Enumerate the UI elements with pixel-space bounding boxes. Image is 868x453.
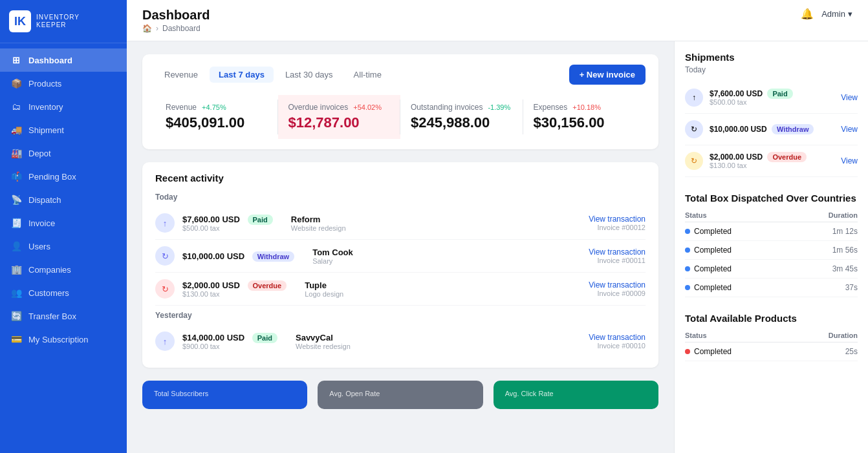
ship-view-link[interactable]: View	[841, 93, 858, 102]
txn-right: View transaction Invoice #00009	[589, 280, 646, 297]
sidebar-item-subscription[interactable]: 💳 My Subscription	[0, 328, 127, 351]
txn-icon-overdue: ↻	[155, 279, 175, 299]
summary-card-open-rate: Avg. Open Rate	[318, 381, 483, 409]
sidebar-item-companies[interactable]: 🏢 Companies	[0, 258, 127, 281]
products-icon: 📦	[10, 78, 22, 89]
tab-last-30-days[interactable]: Last 30 days	[276, 67, 342, 83]
revenue-tabs-row: Revenue Last 7 days Last 30 days All-tim…	[155, 65, 646, 85]
stat-overdue-invoices: Overdue invoices +54.02% $12,787.00	[278, 95, 401, 139]
ship-icon: ↻	[685, 120, 703, 138]
notifications-button[interactable]: 🔔	[801, 8, 814, 20]
dashboard-icon: ⊞	[10, 54, 22, 66]
ship-info: $10,000.00 USD Withdraw	[710, 125, 814, 134]
summary-card-subscribers: Total Subscribers	[142, 381, 307, 409]
stats-row: Revenue +4.75% $405,091.00 Overdue invoi…	[155, 95, 646, 139]
dispatched-section: Total Box Dispatched Over Countries Stat…	[685, 193, 858, 297]
products-table: Status Duration Completed25s	[685, 329, 858, 361]
customers-icon: 👥	[10, 287, 22, 299]
tab-group: Revenue Last 7 days Last 30 days All-tim…	[155, 67, 391, 83]
page-header: Dashboard 🏠 › Dashboard 🔔 Admin ▾	[127, 0, 868, 41]
dispatched-title: Total Box Dispatched Over Countries	[685, 193, 858, 204]
view-transaction-link[interactable]: View transaction	[589, 215, 646, 224]
admin-menu-button[interactable]: Admin ▾	[821, 9, 852, 19]
txn-right: View transaction Invoice #00010	[589, 333, 646, 350]
header-right: 🔔 Admin ▾	[801, 8, 852, 28]
table-row: Completed1m 12s	[685, 222, 858, 241]
stat-outstanding-invoices: Outstanding invoices -1.39% $245,988.00	[400, 95, 523, 139]
tab-last-7-days[interactable]: Last 7 days	[210, 67, 274, 83]
sidebar: IK INVENTORY KEEPER ⊞ Dashboard 📦 Produc…	[0, 0, 127, 453]
companies-icon: 🏢	[10, 264, 22, 275]
tab-all-time[interactable]: All-time	[345, 67, 391, 83]
shipment-icon: 🚚	[10, 124, 22, 136]
transaction-row: ↑ $14,000.00 USD Paid $900.00 tax SavvyC…	[155, 325, 646, 357]
txn-amount-group: $2,000.00 USD Overdue $130.00 tax	[182, 280, 287, 298]
products-title: Total Available Products	[685, 313, 858, 324]
sidebar-item-dashboard[interactable]: ⊞ Dashboard	[0, 48, 127, 72]
table-row: Completed1m 56s	[685, 241, 858, 260]
chevron-down-icon: ▾	[848, 9, 852, 19]
stat-revenue: Revenue +4.75% $405,091.00	[155, 95, 278, 139]
tab-revenue[interactable]: Revenue	[155, 67, 207, 83]
dispatched-table: Status Duration Completed1m 12sCompleted…	[685, 209, 858, 297]
ship-info: $7,600.00 USD Paid $500.00 tax	[710, 89, 793, 106]
stat-expenses: Expenses +10.18% $30,156.00	[523, 95, 646, 139]
invoice-icon: 🧾	[10, 217, 22, 229]
summary-row: Total Subscribers Avg. Open Rate Avg. Cl…	[142, 381, 658, 409]
sidebar-item-products[interactable]: 📦 Products	[0, 72, 127, 95]
activity-card: Recent activity Today ↑ $7,600.00 USD Pa…	[142, 162, 658, 368]
view-transaction-link[interactable]: View transaction	[589, 248, 646, 257]
txn-amount-group: $7,600.00 USD Paid $500.00 tax	[182, 215, 273, 232]
page-title: Dashboard	[142, 8, 210, 23]
sidebar-item-depot[interactable]: 🏭 Depot	[0, 142, 127, 165]
sidebar-item-customers[interactable]: 👥 Customers	[0, 281, 127, 304]
txn-mid: Tom Cook Salary	[302, 248, 581, 265]
dispatch-icon: 📡	[10, 194, 22, 205]
table-row: Completed3m 45s	[685, 260, 858, 279]
shipments-title: Shipments	[685, 52, 858, 63]
transaction-row: ↑ $7,600.00 USD Paid $500.00 tax Reform …	[155, 207, 646, 240]
pending-box-icon: 📫	[10, 171, 22, 182]
view-transaction-link[interactable]: View transaction	[589, 280, 646, 290]
logo-text: INVENTORY KEEPER	[36, 14, 80, 29]
txn-amount-group: $14,000.00 USD Paid $900.00 tax	[182, 333, 277, 350]
ship-icon-repeat: ↻	[685, 152, 703, 170]
ship-icon: ↑	[685, 89, 703, 107]
sidebar-item-dispatch[interactable]: 📡 Dispatch	[0, 188, 127, 211]
txn-icon: ↻	[155, 246, 175, 266]
sidebar-item-pending-box[interactable]: 📫 Pending Box	[0, 165, 127, 188]
ship-view-link[interactable]: View	[841, 156, 858, 165]
summary-card-click-rate: Avg. Click Rate	[494, 381, 658, 409]
revenue-card: Revenue Last 7 days Last 30 days All-tim…	[142, 54, 658, 149]
subscription-icon: 💳	[10, 333, 22, 345]
sidebar-nav: ⊞ Dashboard 📦 Products 🗂 Inventory 🚚 Shi…	[0, 43, 127, 453]
new-invoice-button[interactable]: + New invoice	[569, 65, 646, 85]
breadcrumb: 🏠 › Dashboard	[142, 24, 210, 41]
sidebar-item-inventory[interactable]: 🗂 Inventory	[0, 95, 127, 118]
sidebar-item-users[interactable]: 👤 Users	[0, 235, 127, 258]
transfer-box-icon: 🔄	[10, 310, 22, 322]
txn-right: View transaction Invoice #00012	[589, 215, 646, 231]
table-row: Completed37s	[685, 279, 858, 297]
right-panel: Shipments Today ↑ $7,600.00 USD Paid $50…	[674, 41, 868, 453]
available-products-section: Total Available Products Status Duration…	[685, 313, 858, 361]
home-icon: 🏠	[142, 24, 152, 33]
view-transaction-link[interactable]: View transaction	[589, 333, 646, 342]
txn-icon: ↑	[155, 213, 175, 233]
table-row: Completed25s	[685, 342, 858, 361]
sidebar-item-invoice[interactable]: 🧾 Invoice	[0, 211, 127, 235]
shipments-section: Shipments Today ↑ $7,600.00 USD Paid $50…	[685, 52, 858, 177]
users-icon: 👤	[10, 240, 22, 252]
day-label-yesterday: Yesterday	[155, 311, 646, 320]
ship-view-link[interactable]: View	[841, 125, 858, 134]
ship-info: $2,000.00 USD Overdue $130.00 tax	[710, 153, 807, 169]
txn-icon: ↑	[155, 332, 175, 351]
sidebar-item-transfer-box[interactable]: 🔄 Transfer Box	[0, 304, 127, 328]
shipments-sub: Today	[685, 65, 858, 74]
logo-area: IK INVENTORY KEEPER	[0, 0, 127, 43]
shipment-row: ↑ $7,600.00 USD Paid $500.00 tax View	[685, 82, 858, 114]
shipment-row: ↻ $2,000.00 USD Overdue $130.00 tax View	[685, 145, 858, 177]
transaction-row: ↻ $2,000.00 USD Overdue $130.00 tax Tupl…	[155, 273, 646, 306]
sidebar-item-shipment[interactable]: 🚚 Shipment	[0, 118, 127, 142]
logo-icon: IK	[9, 10, 31, 32]
